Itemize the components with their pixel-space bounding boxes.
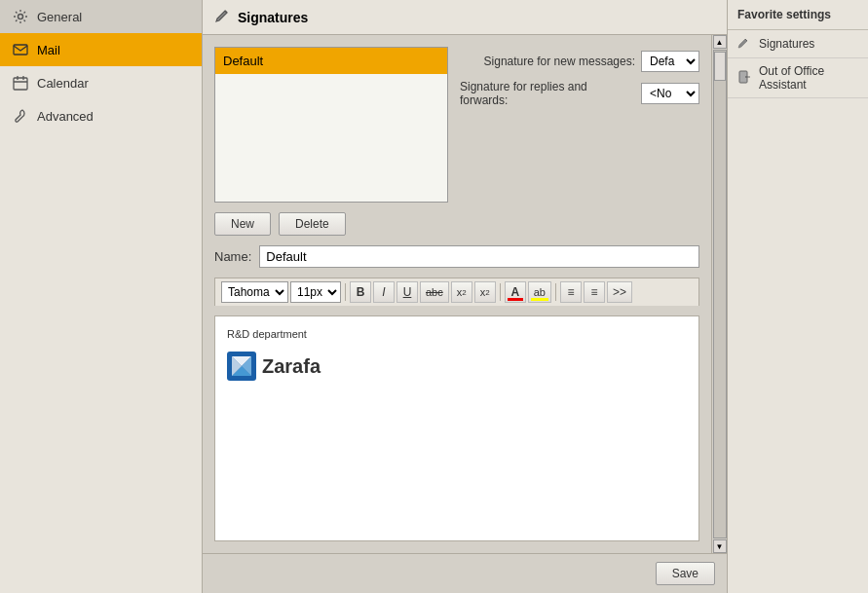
wrench-icon	[12, 107, 29, 125]
gear-icon	[12, 8, 29, 25]
sig-list-item[interactable]: Default	[215, 48, 447, 74]
calendar-icon	[12, 74, 29, 92]
main-content: Signatures Default Signature for new me	[203, 0, 727, 593]
sidebar-label-mail: Mail	[37, 43, 60, 57]
font-color-button[interactable]: A	[505, 281, 526, 303]
mail-icon	[12, 41, 29, 58]
save-button[interactable]: Save	[656, 562, 715, 585]
editor-toolbar: Tahoma 11px B I U abc x2 x2 A ab	[214, 278, 699, 306]
svg-rect-2	[14, 78, 27, 90]
main-scrollbar[interactable]: ▲ ▼	[711, 35, 727, 553]
save-row: Save	[203, 553, 727, 593]
right-panel-item-out-of-office[interactable]: Out of Office Assistant	[728, 58, 868, 98]
delete-button[interactable]: Delete	[279, 212, 346, 236]
new-messages-select[interactable]: Defa	[641, 51, 699, 72]
right-panel: Favorite settings Signatures Out of Offi…	[727, 0, 868, 593]
replies-select[interactable]: <No	[641, 83, 699, 104]
replies-label: Signature for replies and forwards:	[460, 80, 635, 107]
subscript-button[interactable]: x2	[474, 281, 496, 303]
new-button[interactable]: New	[214, 212, 271, 236]
bold-button[interactable]: B	[350, 281, 371, 303]
sig-top-section: Default Signature for new messages: Defa…	[214, 47, 699, 203]
panel-title: Signatures	[238, 10, 308, 25]
toolbar-sep-1	[345, 283, 346, 301]
signatures-icon	[737, 36, 753, 52]
italic-button[interactable]: I	[373, 281, 395, 303]
replies-row: Signature for replies and forwards: <No	[460, 80, 699, 107]
panel-header: Signatures	[203, 0, 727, 35]
zarafa-logo: Zarafa	[227, 352, 687, 381]
font-family-select[interactable]: Tahoma	[221, 281, 288, 303]
scroll-up-arrow[interactable]: ▲	[713, 35, 727, 49]
name-input[interactable]	[259, 245, 699, 268]
toolbar-sep-2	[500, 283, 501, 301]
editor-area[interactable]: R&D department Zarafa	[214, 315, 699, 541]
signatures-panel: Default Signature for new messages: Defa…	[203, 35, 711, 553]
sidebar-label-general: General	[37, 10, 82, 24]
scroll-track[interactable]	[713, 50, 727, 538]
editor-text: R&D department	[227, 328, 687, 340]
font-size-select[interactable]: 11px	[290, 281, 341, 303]
highlight-button[interactable]: ab	[528, 281, 551, 303]
align-left-button[interactable]: ≡	[560, 281, 582, 303]
pen-icon	[214, 8, 230, 26]
zarafa-icon	[227, 352, 256, 381]
svg-point-9	[745, 76, 747, 78]
sidebar-label-advanced: Advanced	[37, 109, 94, 124]
right-panel-label-signatures: Signatures	[759, 37, 814, 51]
align-right-button[interactable]: ≡	[584, 281, 605, 303]
underline-button[interactable]: U	[396, 281, 418, 303]
right-panel-header: Favorite settings	[728, 0, 868, 30]
sidebar-label-calendar: Calendar	[37, 76, 89, 91]
sidebar-item-general[interactable]: General	[0, 0, 202, 33]
new-messages-row: Signature for new messages: Defa	[460, 51, 699, 72]
scroll-thumb[interactable]	[714, 52, 726, 81]
sig-settings: Signature for new messages: Defa Signatu…	[460, 47, 699, 203]
scroll-down-arrow[interactable]: ▼	[713, 539, 727, 553]
sidebar-item-advanced[interactable]: Advanced	[0, 99, 202, 132]
sidebar-item-mail[interactable]: Mail	[0, 33, 202, 66]
strikethrough-button[interactable]: abc	[420, 281, 449, 303]
sig-list-container: Default	[214, 47, 448, 203]
sig-buttons: New Delete	[214, 212, 699, 236]
right-panel-label-out-of-office: Out of Office Assistant	[759, 64, 858, 92]
zarafa-text: Zarafa	[262, 355, 321, 378]
more-button[interactable]: >>	[607, 281, 632, 303]
superscript-button[interactable]: x2	[451, 281, 472, 303]
sig-list[interactable]: Default	[214, 47, 448, 203]
new-messages-label: Signature for new messages:	[484, 55, 635, 68]
sidebar-item-calendar[interactable]: Calendar	[0, 66, 202, 99]
svg-point-0	[19, 15, 23, 19]
toolbar-sep-3	[555, 283, 556, 301]
sidebar: General Mail Calendar Advanced	[0, 0, 203, 593]
door-icon	[737, 70, 753, 86]
svg-rect-1	[14, 45, 27, 55]
right-panel-item-signatures[interactable]: Signatures	[728, 30, 868, 58]
name-label: Name:	[214, 249, 251, 264]
sig-name-row: Name:	[214, 245, 699, 268]
